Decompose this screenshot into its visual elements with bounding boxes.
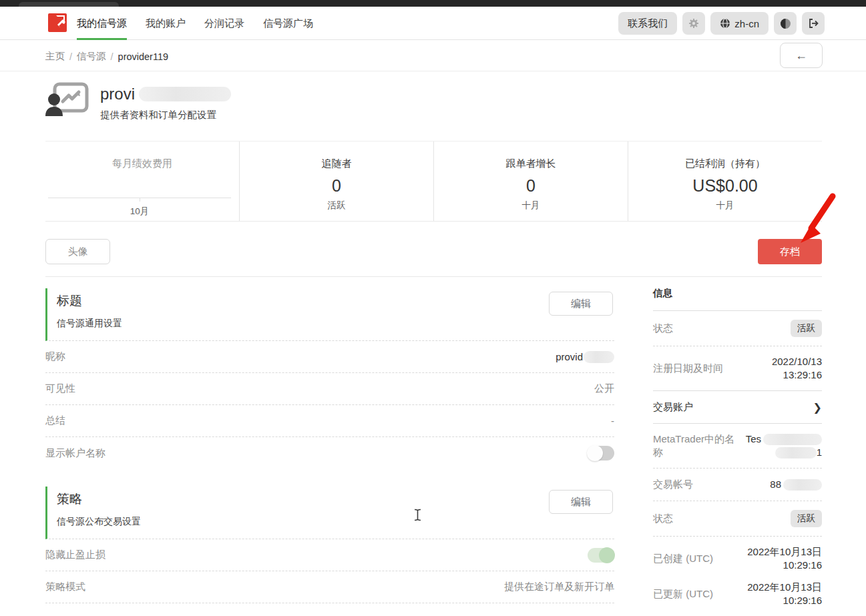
nav-menu: 我的信号源 我的账户 分润记录 信号源广场	[77, 7, 313, 40]
info-label: 已更新 (UTC)	[653, 587, 713, 601]
field-row-summary: 总结 -	[45, 405, 614, 437]
stats-row: 每月绩效费用 10月 追随者 0 活跃 跟单者增长 0 十月 已结利润（持有） …	[45, 141, 822, 222]
language-label: zh-cn	[734, 18, 759, 29]
info-row-trading-account[interactable]: 交易账户 ❯	[653, 391, 822, 424]
section-gap	[45, 469, 614, 487]
gear-icon	[688, 18, 699, 29]
strategy-mode-value: 提供在途订单及新开订单	[504, 581, 614, 593]
toggle-knob	[587, 445, 603, 461]
settings-column: 标题 信号源通用设置 编辑 昵称 provid 可见性 公开 总结 - 显示帐户…	[45, 288, 614, 603]
edit-title-button[interactable]: 编辑	[549, 292, 613, 316]
toggle-knob	[599, 547, 615, 563]
info-row-account-number: 交易帐号 88	[653, 469, 822, 501]
field-label: 可见性	[45, 382, 75, 395]
info-label: 交易帐号	[653, 478, 693, 491]
profile-header: provi 提供者资料和订单分配设置	[45, 81, 231, 121]
archive-button[interactable]: 存档	[758, 239, 822, 264]
empty-fee-chart: 10月	[48, 198, 231, 198]
section-title-header: 标题 信号源通用设置 编辑	[45, 288, 614, 341]
breadcrumb: 主页 / 信号源 / provider119	[45, 50, 168, 63]
mt-name-line2-fragment: 1	[817, 446, 822, 459]
info-panel: 信息 状态 活跃 注册日期及时间 2022/10/1313:29:16 交易账户…	[653, 287, 822, 616]
status-badge: 活跃	[791, 320, 822, 337]
info-label: 交易账户	[653, 400, 693, 414]
stat-value: US$0.00	[628, 176, 822, 196]
field-row-hide-sl-tp: 隐藏止盈止损	[45, 539, 614, 571]
stat-card-monthly-fee: 每月绩效费用 10月	[45, 141, 239, 221]
info-row-mt-name: MetaTrader中的名称 Tes 1	[653, 424, 822, 469]
summary-value: -	[611, 415, 614, 426]
info-label: 状态	[653, 322, 673, 335]
info-row-registered: 注册日期及时间 2022/10/1313:29:16	[653, 346, 822, 391]
field-row-nickname: 昵称 provid	[45, 341, 614, 373]
field-label: 总结	[45, 414, 65, 427]
nav-item-marketplace[interactable]: 信号源广场	[263, 7, 313, 40]
info-label: MetaTrader中的名称	[653, 432, 743, 459]
redacted-nickname	[584, 351, 614, 363]
info-panel-title: 信息	[653, 287, 822, 311]
axis-tick	[140, 198, 140, 202]
hide-sl-tp-toggle[interactable]	[588, 548, 614, 563]
app-logo-icon[interactable]	[48, 13, 67, 32]
mt-name-value: Tes	[746, 432, 761, 446]
field-label: 昵称	[45, 350, 65, 363]
section-heading: 标题	[57, 292, 614, 310]
breadcrumb-separator: /	[111, 51, 114, 62]
breadcrumb-separator: /	[69, 51, 72, 62]
stat-title: 每月绩效费用	[45, 158, 239, 170]
chevron-right-icon: ❯	[813, 401, 822, 414]
back-arrow-icon: ←	[795, 49, 807, 63]
created-time: 10:29:16	[783, 559, 822, 571]
stat-card-settled-profit: 已结利润（持有） US$0.00 十月	[628, 141, 822, 221]
visibility-value: 公开	[594, 382, 614, 395]
provider-name: provi	[100, 85, 135, 103]
stat-sublabel: 十月	[434, 200, 628, 212]
stat-value: 0	[240, 176, 433, 196]
show-account-name-toggle[interactable]	[588, 446, 614, 460]
breadcrumb-signals[interactable]: 信号源	[77, 50, 106, 63]
theme-toggle-button[interactable]	[774, 12, 797, 35]
stat-value: 0	[434, 176, 628, 196]
info-label: 已创建 (UTC)	[653, 552, 713, 565]
language-button[interactable]: zh-cn	[710, 12, 769, 35]
info-row-created: 已创建 (UTC) 2022年10月13日10:29:16	[653, 537, 822, 581]
logout-button[interactable]	[802, 12, 825, 35]
info-row-updated: 已更新 (UTC) 2022年10月13日10:29:16	[653, 581, 822, 616]
registered-time: 13:29:16	[783, 369, 822, 380]
nav-item-profit-share[interactable]: 分润记录	[204, 7, 244, 40]
globe-icon	[720, 18, 730, 29]
provider-avatar-icon	[45, 81, 89, 119]
back-button[interactable]: ←	[780, 43, 823, 68]
redacted-mt-name	[763, 434, 822, 445]
updated-date: 2022年10月13日	[747, 581, 822, 593]
redacted-mt-name-line2	[775, 447, 817, 458]
contrast-icon	[780, 18, 791, 29]
info-label: 状态	[653, 512, 673, 525]
navbar: 我的信号源 我的账户 分润记录 信号源广场 联系我们 zh-cn	[0, 7, 866, 40]
breadcrumb-home[interactable]: 主页	[45, 50, 65, 63]
stat-title: 已结利润（持有）	[628, 158, 822, 170]
updated-time: 10:29:16	[783, 595, 822, 606]
nav-item-my-accounts[interactable]: 我的账户	[146, 7, 186, 40]
contact-us-button[interactable]: 联系我们	[618, 12, 677, 35]
logout-icon	[808, 18, 819, 29]
created-date: 2022年10月13日	[747, 546, 822, 557]
field-label: 显示帐户名称	[45, 447, 105, 460]
section-subheading: 信号源公布交易设置	[57, 516, 614, 528]
settings-button[interactable]	[682, 12, 705, 35]
section-subheading: 信号源通用设置	[57, 318, 614, 330]
edit-strategy-button[interactable]: 编辑	[549, 490, 613, 514]
avatar-button[interactable]: 头像	[45, 239, 110, 264]
field-row-visibility: 可见性 公开	[45, 373, 614, 405]
profile-subtitle: 提供者资料和订单分配设置	[100, 109, 231, 121]
section-strategy-header: 策略 信号源公布交易设置 编辑	[45, 487, 614, 539]
info-row-status-2: 状态 活跃	[653, 501, 822, 537]
info-row-status: 状态 活跃	[653, 311, 822, 346]
stat-card-follower-growth: 跟单者增长 0 十月	[433, 141, 628, 221]
status-badge: 活跃	[791, 510, 822, 527]
nickname-value: provid	[556, 351, 583, 362]
registered-date: 2022/10/13	[772, 356, 822, 367]
field-label: 隐藏止盈止损	[45, 549, 105, 561]
nav-item-my-signals[interactable]: 我的信号源	[77, 7, 127, 40]
field-label: 策略模式	[45, 581, 85, 593]
